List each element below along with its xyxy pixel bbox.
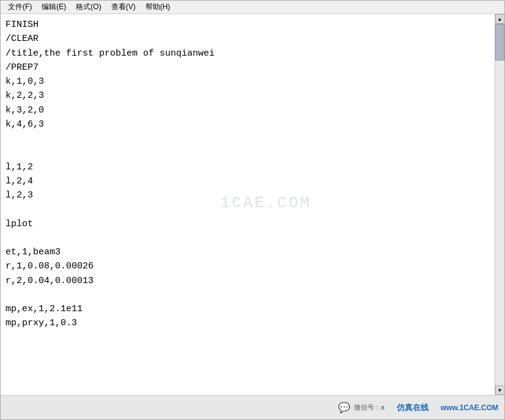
wechat-label: 微信号：a bbox=[354, 403, 385, 412]
content-area: 1CAE.COM FINISH /CLEAR /title,the first … bbox=[1, 14, 504, 395]
website-text: www.1CAE.COM bbox=[441, 403, 498, 412]
brand-text: 仿真在线 bbox=[397, 402, 429, 413]
scroll-up-button[interactable]: ▲ bbox=[495, 14, 505, 24]
text-editor[interactable]: 1CAE.COM FINISH /CLEAR /title,the first … bbox=[1, 14, 495, 395]
menu-edit[interactable]: 编辑(E) bbox=[37, 1, 71, 13]
scroll-down-button[interactable]: ▼ bbox=[495, 385, 505, 395]
scroll-thumb[interactable] bbox=[495, 24, 504, 61]
menu-help[interactable]: 帮助(H) bbox=[141, 1, 175, 13]
wechat-icon: 💬 bbox=[338, 402, 350, 414]
menu-bar: 文件(F) 编辑(E) 格式(O) 查看(V) 帮助(H) bbox=[1, 1, 504, 14]
bottom-bar: 💬 微信号：a 仿真在线 www.1CAE.COM bbox=[1, 395, 504, 419]
menu-file[interactable]: 文件(F) bbox=[3, 1, 37, 13]
code-block[interactable]: FINISH /CLEAR /title,the first problem o… bbox=[6, 18, 490, 331]
scroll-track[interactable] bbox=[495, 24, 504, 385]
menu-format[interactable]: 格式(O) bbox=[71, 1, 106, 13]
wechat-area: 💬 微信号：a bbox=[338, 402, 385, 414]
menu-view[interactable]: 查看(V) bbox=[106, 1, 141, 13]
main-window: 文件(F) 编辑(E) 格式(O) 查看(V) 帮助(H) 1CAE.COM F… bbox=[0, 0, 505, 420]
scrollbar: ▲ ▼ bbox=[495, 14, 504, 395]
